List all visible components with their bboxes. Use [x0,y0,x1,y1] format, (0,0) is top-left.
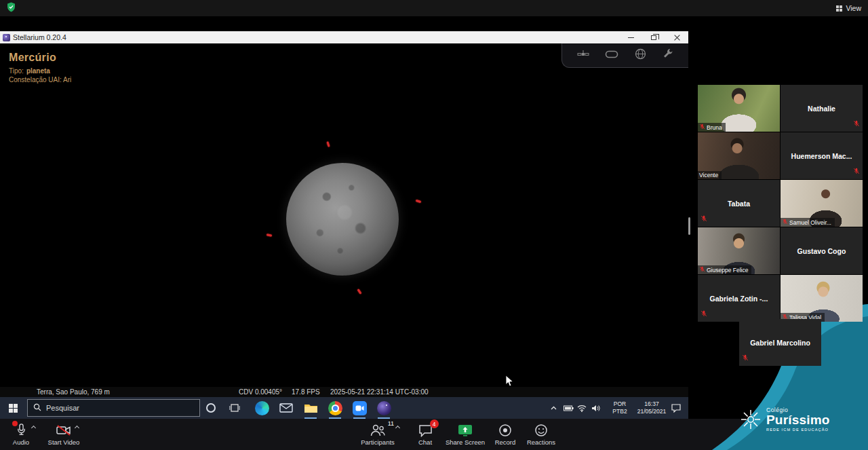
record-button[interactable]: Record [489,422,521,446]
participants-chevron-icon[interactable] [395,426,400,430]
status-fps: 17.8 FPS [292,388,320,396]
audio-options-chevron-icon[interactable] [31,426,35,430]
reactions-button[interactable]: Reactions [521,422,561,446]
task-view-button[interactable] [225,397,244,419]
stellarium-sky-view[interactable]: Mercúrio Tipo:planeta Constelação UAI: A… [0,43,688,398]
muted-mic-icon [742,352,749,364]
participant-tile-nathalie[interactable]: Nathalie [781,85,863,132]
participant-name: Nathalie [805,105,838,113]
participant-tile-talissa[interactable]: Talissa Vidal [781,275,863,322]
chat-button[interactable]: 4 Chat [407,422,443,446]
start-video-button[interactable]: Start Video [42,422,85,446]
search-input[interactable] [46,404,182,412]
task-view-icon [229,403,240,413]
satellite-marker[interactable] [416,200,422,203]
stellarium-icon [377,401,391,415]
language-secondary: PTB2 [612,408,627,415]
chrome-icon [328,401,342,415]
participant-tile-samuel[interactable]: Samuel Oliveir... [781,180,863,227]
stellarium-status-bar: Terra, Sao Paulo, 769 m CDV 0.00405° 17.… [0,387,688,398]
participants-count: 11 [388,420,394,427]
cortana-icon [206,403,216,413]
view-button[interactable]: View [836,4,861,12]
stellarium-plugin-toolbar [561,43,688,68]
participant-tile-gustavo[interactable]: Gustavo Cogo [781,227,863,274]
settings-wrench-icon[interactable] [662,48,673,62]
share-screen-button[interactable]: Share Screen [442,422,488,446]
zoom-taskbar-icon[interactable] [350,397,369,419]
video-options-chevron-icon[interactable] [75,426,79,430]
minimize-button[interactable] [619,31,642,43]
participant-tile-bruna[interactable]: Bruna [698,85,780,132]
taskbar-search[interactable] [27,399,200,417]
explorer-taskbar-icon[interactable] [301,397,320,419]
object-info-panel: Mercúrio Tipo:planeta Constelação UAI: A… [9,52,71,83]
volume-tray-icon[interactable] [589,397,602,419]
mail-taskbar-icon[interactable] [277,397,296,419]
chat-label: Chat [418,438,432,446]
chevron-up-icon [551,406,557,410]
participant-tile-huemerson[interactable]: Huemerson Mac... [781,132,863,179]
muted-mic-icon [699,266,705,274]
stellarium-app-icon [3,34,10,41]
participant-tile-tabata[interactable]: Tabata [698,180,780,227]
battery-tray-icon[interactable] [561,397,575,419]
satellite-marker[interactable] [357,288,361,294]
language-indicator[interactable]: POR PTB2 [609,397,631,419]
taskbar-clock[interactable]: 16:37 21/05/2021 [631,397,673,419]
participant-name: Bruna [707,124,722,131]
edge-taskbar-icon[interactable] [252,397,271,419]
record-label: Record [495,438,516,446]
clock-date: 21/05/2021 [637,408,667,415]
audio-button[interactable]: Audio [1,422,41,446]
participant-tile-gabriela[interactable]: Gabriela Zotin -... [698,275,780,322]
muted-mic-icon [701,307,707,320]
action-center-button[interactable] [667,397,685,419]
cortana-button[interactable] [201,397,220,419]
muted-mic-icon [853,117,860,130]
share-screen-label: Share Screen [446,438,485,446]
stellarium-taskbar-icon[interactable] [374,397,393,419]
wifi-tray-icon[interactable] [575,397,589,419]
close-button[interactable] [665,31,688,43]
mercury-planet[interactable] [286,163,399,276]
tray-expand-button[interactable] [547,397,560,419]
record-icon [498,424,512,437]
stellarium-title-bar[interactable]: Stellarium 0.20.4 [0,31,688,43]
participant-name: Giuseppe Felice [707,267,748,274]
search-icon [33,402,41,414]
status-location: Terra, Sao Paulo, 769 m [37,388,110,396]
participants-icon [370,424,386,437]
audio-alert-badge [12,421,18,426]
satellites-icon[interactable] [577,49,589,62]
satellite-marker[interactable] [267,233,272,237]
participant-tile-gabriel[interactable]: Gabriel Marcolino [739,319,821,366]
restore-button[interactable] [642,31,665,43]
participant-name: Vicente [699,172,718,179]
participant-tile-vicente[interactable]: Vicente [698,132,780,179]
chrome-taskbar-icon[interactable] [326,397,344,419]
notification-icon [671,404,681,413]
start-button[interactable] [3,397,23,419]
status-fov: CDV 0.00405° [239,388,282,396]
view-grid-icon [836,5,842,12]
participant-tile-giuseppe[interactable]: Giuseppe Felice [698,227,780,274]
muted-mic-icon [853,165,860,177]
participant-name: Gustavo Cogo [795,247,849,255]
panel-resize-handle[interactable] [688,217,690,235]
video-camera-off-icon [56,424,72,437]
purissimo-rosette-icon [741,409,761,430]
windows-taskbar: POR PTB2 16:37 21/05/2021 [0,397,688,419]
view-label: View [846,4,861,12]
zoom-app-icon [353,401,367,415]
satellite-marker[interactable] [326,141,330,147]
reactions-smiley-icon [534,424,548,437]
start-video-label: Start Video [48,438,80,446]
file-explorer-icon [304,402,318,414]
status-datetime: 2025-05-21 22:31:14 UTC-03:00 [330,388,429,396]
participants-button[interactable]: 11 Participants [354,422,401,446]
muted-mic-icon [699,124,705,131]
sphere-grid-icon[interactable] [635,48,646,62]
window-title: Stellarium 0.20.4 [13,33,66,41]
ocular-icon[interactable] [605,50,618,62]
